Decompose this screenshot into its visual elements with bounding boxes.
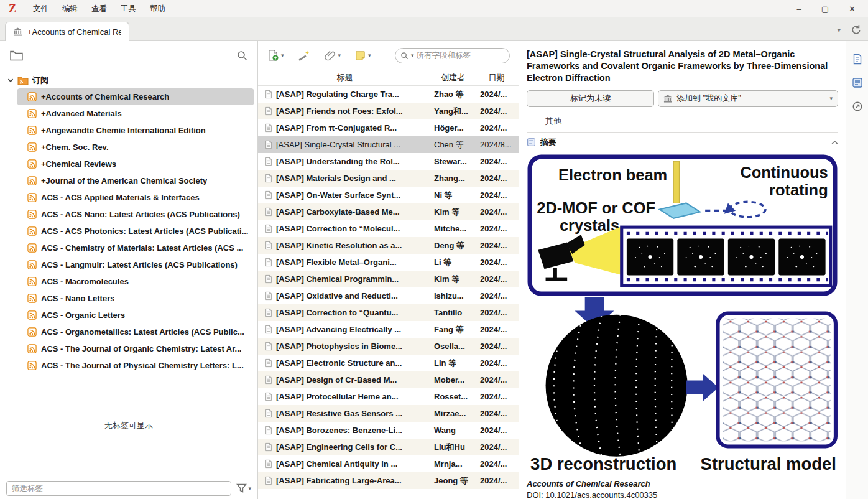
table-row[interactable]: [ASAP] Engineering Cells for C...Liu和Hu2…	[258, 439, 519, 455]
table-row[interactable]: [ASAP] Kinetic Resolution as a...Deng 等2…	[258, 237, 519, 254]
table-row[interactable]: [ASAP] Oxidative and Reducti...Ishizu...…	[258, 287, 519, 304]
feed-item-icon	[264, 258, 273, 267]
sidebar-item-feed[interactable]: +Advanced Materials	[0, 105, 257, 122]
close-icon[interactable]: ✕	[849, 4, 856, 14]
column-creator[interactable]: 创建者	[432, 72, 474, 83]
beam-graphic	[673, 161, 679, 203]
maximize-icon[interactable]: ▢	[821, 4, 829, 14]
menu-item-1[interactable]: 编辑	[55, 1, 85, 17]
figure-continuous-label: Continuous	[740, 163, 828, 180]
row-date: 2024/...	[474, 190, 519, 200]
feed-item-icon	[264, 375, 273, 385]
sidebar-item-feed[interactable]: ACS - Chemistry of Materials: Latest Art…	[0, 240, 257, 256]
item-search-input[interactable]	[417, 51, 507, 60]
search-icon[interactable]	[237, 50, 247, 61]
new-item-button[interactable]: ▾	[267, 49, 284, 62]
column-title[interactable]: 标题	[258, 72, 432, 83]
add-attachment-button[interactable]: ▾	[324, 49, 341, 62]
info-pane-icon[interactable]	[852, 54, 863, 65]
table-row[interactable]: [ASAP] On-Water Surface Synt...Ni 等2024/…	[258, 187, 519, 203]
menu-item-2[interactable]: 查看	[85, 1, 114, 17]
sidebar-item-feed[interactable]: ACS - Nano Letters	[0, 290, 257, 307]
sidebar-item-feed[interactable]: ACS - The Journal of Organic Chemistry: …	[0, 340, 257, 357]
table-row[interactable]: [ASAP] Carboxylate-Based Me...Kim 等2024/…	[258, 203, 519, 220]
row-title: [ASAP] Design of Cr-Based M...	[276, 375, 432, 385]
sidebar-item-feed[interactable]: ACS - ACS Photonics: Latest Articles (AC…	[0, 223, 257, 240]
table-row[interactable]: [ASAP] Correction to “Molecul...Mitche..…	[258, 220, 519, 237]
collapse-chevron-icon[interactable]	[831, 138, 838, 147]
filter-funnel-icon[interactable]: ▾	[236, 483, 251, 493]
table-row[interactable]: [ASAP] Electronic Structure an...Lin 等20…	[258, 355, 519, 371]
tab-list-chevron-icon[interactable]: ▾	[837, 26, 841, 34]
feed-item-icon	[264, 123, 273, 133]
abstract-pane-icon[interactable]	[852, 77, 863, 88]
table-row[interactable]: [ASAP] Correction to “Quantu...Tantillo2…	[258, 304, 519, 321]
sidebar-item-feed[interactable]: +Chem. Soc. Rev.	[0, 139, 257, 156]
menu-item-3[interactable]: 工具	[114, 1, 143, 17]
table-row[interactable]: [ASAP] Protocellular Heme an...Rosset...…	[258, 388, 519, 405]
tab-library[interactable]: +Accounts of Chemical Re	[5, 22, 129, 41]
feed-actions: 标记为未读 添加到 "我的文库" ▾	[527, 90, 838, 107]
sidebar-item-feed[interactable]: +Journal of the American Chemical Societ…	[0, 172, 257, 189]
sidebar-item-feed[interactable]: +Chemical Reviews	[0, 156, 257, 172]
rss-feed-icon	[27, 226, 37, 236]
table-row[interactable]: [ASAP] Understanding the Rol...Stewar...…	[258, 153, 519, 170]
row-creator: Kim 等	[432, 207, 474, 218]
row-creator: Zhang...	[432, 174, 474, 183]
sidebar-item-feed[interactable]: ACS - ACS Nano: Latest Articles (ACS Pub…	[0, 206, 257, 223]
figure-reconstruction-label: 3D reconstruction	[530, 454, 676, 473]
add-to-library-button[interactable]: 添加到 "我的文库" ▾	[658, 90, 838, 107]
table-row[interactable]: [ASAP] Advancing Electrically ...Fang 等2…	[258, 321, 519, 338]
row-date: 2024/...	[474, 342, 519, 351]
new-note-button[interactable]: ▾	[354, 50, 371, 62]
table-row[interactable]: [ASAP] Chemical Antiquity in ...Mrnja...…	[258, 455, 519, 472]
table-row[interactable]: [ASAP] Photophysics in Biome...Osella...…	[258, 338, 519, 355]
sidebar-item-feed[interactable]: +Angewandte Chemie International Edition	[0, 122, 257, 139]
rss-feed-icon	[27, 344, 37, 353]
new-collection-button[interactable]	[10, 50, 23, 61]
table-row[interactable]: [ASAP] Friends not Foes: Exfol...Yang和..…	[258, 103, 519, 119]
row-creator: Osella...	[432, 342, 474, 351]
table-row[interactable]: [ASAP] Materials Design and ...Zhang...2…	[258, 170, 519, 187]
feed-label: +Accounts of Chemical Research	[41, 92, 169, 101]
row-title: [ASAP] Regulating Charge Tra...	[276, 90, 432, 99]
sidebar-item-feed[interactable]: ACS - Organic Letters	[0, 307, 257, 324]
chevron-down-icon: ▾	[281, 52, 284, 58]
locate-icon[interactable]	[852, 101, 863, 112]
sidebar-item-feed[interactable]: +Accounts of Chemical Research	[17, 88, 254, 105]
table-row[interactable]: [ASAP] Flexible Metal–Organi...Li 等2024/…	[258, 254, 519, 271]
mark-unread-label: 标记为未读	[570, 93, 611, 104]
table-row[interactable]: [ASAP] Design of Cr-Based M...Mober...20…	[258, 371, 519, 388]
sidebar-item-feed[interactable]: ACS - The Journal of Physical Chemistry …	[0, 357, 257, 374]
sync-icon[interactable]	[851, 24, 862, 35]
table-row[interactable]: [ASAP] From π-Conjugated R...Höger...202…	[258, 119, 519, 136]
sidebar-item-feed[interactable]: ACS - Organometallics: Latest Articles (…	[0, 324, 257, 340]
add-by-identifier-button[interactable]	[298, 49, 310, 62]
feed-item-icon	[264, 140, 273, 149]
chevron-down-icon[interactable]: ▾	[829, 95, 833, 101]
menu-item-0[interactable]: 文件	[26, 1, 55, 17]
menu-item-4[interactable]: 帮助	[143, 1, 172, 17]
row-creator: Wang	[432, 426, 474, 435]
table-row[interactable]: [ASAP] Chemical Programmin...Kim 等2024/.…	[258, 271, 519, 287]
tag-filter-input[interactable]	[6, 481, 231, 496]
item-search-box[interactable]: ▾	[395, 48, 510, 63]
items-column-header[interactable]: 标题 创建者 日期	[258, 70, 519, 86]
table-row[interactable]: [ASAP] Borozenes: Benzene-Li...Wang2024/…	[258, 422, 519, 439]
table-row[interactable]: [ASAP] Single-Crystal Structural ...Chen…	[258, 136, 519, 153]
no-tags-message: 无标签可显示	[104, 420, 153, 431]
column-date[interactable]: 日期	[474, 72, 519, 83]
sidebar-item-feeds-root[interactable]: 订阅	[0, 72, 257, 88]
chevron-down-icon[interactable]	[7, 77, 14, 83]
table-row[interactable]: [ASAP] Regulating Charge Tra...Zhao 等202…	[258, 86, 519, 103]
rss-feed-icon	[27, 310, 37, 320]
abstract-section-header[interactable]: 摘要	[527, 133, 838, 152]
table-row[interactable]: [ASAP] Fabricating Large-Area...Jeong 等2…	[258, 472, 519, 489]
row-title: [ASAP] Kinetic Resolution as a...	[276, 241, 432, 250]
sidebar-item-feed[interactable]: ACS - Langmuir: Latest Articles (ACS Pub…	[0, 256, 257, 273]
table-row[interactable]: [ASAP] Resistive Gas Sensors ...Mirzae..…	[258, 405, 519, 422]
minimize-icon[interactable]: –	[797, 4, 801, 14]
sidebar-item-feed[interactable]: ACS - ACS Applied Materials & Interfaces	[0, 189, 257, 206]
sidebar-item-feed[interactable]: ACS - Macromolecules	[0, 273, 257, 290]
mark-unread-button[interactable]: 标记为未读	[527, 90, 654, 107]
